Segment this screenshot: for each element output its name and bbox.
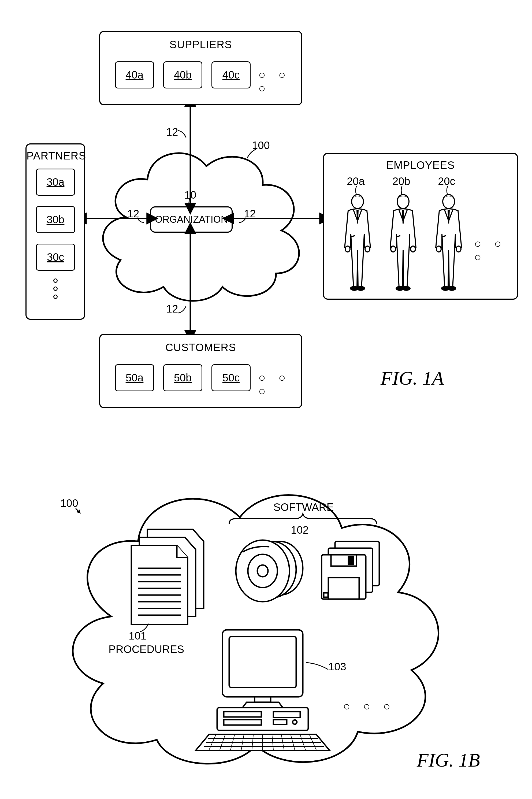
software-label: SOFTWARE: [273, 501, 334, 513]
svg-rect-21: [348, 556, 353, 565]
floppy-icon: [316, 539, 383, 601]
person-icon-2: [430, 194, 468, 290]
customer-chip-1: 50b: [163, 364, 202, 391]
suppliers-title: SUPPLIERS: [100, 39, 301, 51]
svg-rect-22: [328, 577, 359, 599]
cd-icon: [229, 537, 307, 604]
supplier-label-0: 40a: [126, 69, 144, 81]
computer-ref: 103: [328, 661, 346, 673]
customer-chip-0: 50a: [115, 364, 154, 391]
customer-label-1: 50b: [174, 372, 192, 384]
employees-title: EMPLOYEES: [324, 159, 517, 171]
partner-chip-1: 30b: [36, 206, 75, 233]
procedures-label: PROCEDURES: [109, 643, 184, 655]
suppliers-box: SUPPLIERS 40a 40b 40c ○ ○ ○: [99, 31, 302, 105]
partners-vdots: [53, 279, 58, 299]
computer-icon: [193, 627, 332, 753]
emp-ref-1: 20b: [392, 175, 410, 187]
partner-label-1: 30b: [46, 214, 64, 226]
emp-ref-2: 20c: [438, 175, 455, 187]
svg-point-16: [257, 565, 268, 577]
svg-rect-30: [273, 720, 287, 724]
cloud-ref-1b: 100: [60, 497, 78, 509]
emp-ref-0: 20a: [347, 175, 365, 187]
suppliers-ellipsis: ○ ○ ○: [258, 68, 301, 95]
supplier-chip-1: 40b: [163, 61, 202, 89]
partner-chip-0: 30a: [36, 169, 75, 196]
supplier-chip-2: 40c: [211, 61, 251, 89]
partners-title: PARTNERS: [26, 150, 84, 162]
employees-box: EMPLOYEES 20a 20b 20c ○ ○ ○: [323, 153, 518, 300]
svg-point-31: [293, 720, 297, 724]
customers-box: CUSTOMERS 50a 50b 50c ○ ○ ○: [99, 334, 302, 408]
fig1b-caption: FIG. 1B: [417, 749, 480, 772]
leader-procedures: [139, 623, 150, 632]
svg-rect-23: [324, 593, 328, 597]
customer-label-0: 50a: [126, 372, 144, 384]
supplier-label-1: 40b: [174, 69, 192, 81]
customers-ellipsis: ○ ○ ○: [258, 371, 301, 398]
person-icon-1: [384, 194, 422, 290]
person-icon-0: [339, 194, 376, 290]
customers-title: CUSTOMERS: [100, 341, 301, 354]
software-ref: 102: [291, 524, 309, 536]
fig1a-caption: FIG. 1A: [381, 367, 444, 389]
partners-box: PARTNERS 30a 30b 30c: [25, 144, 85, 320]
employees-ellipsis: ○ ○ ○: [474, 237, 517, 264]
svg-rect-25: [229, 636, 296, 687]
partner-label-0: 30a: [46, 176, 64, 188]
supplier-chip-0: 40a: [115, 61, 154, 89]
partner-chip-2: 30c: [36, 244, 75, 271]
svg-rect-29: [273, 711, 300, 718]
customer-chip-2: 50c: [211, 364, 251, 391]
supplier-label-2: 40c: [223, 69, 240, 81]
documents-icon: [123, 527, 209, 623]
leader-computer: [306, 662, 330, 673]
customer-label-2: 50c: [223, 372, 240, 384]
partner-label-2: 30c: [47, 251, 64, 263]
leader-cloud-1b: [75, 508, 91, 523]
brace-software: [228, 513, 378, 525]
svg-rect-28: [224, 720, 261, 725]
svg-rect-27: [224, 711, 261, 717]
fig1b-ellipsis: ○ ○ ○: [343, 700, 395, 713]
